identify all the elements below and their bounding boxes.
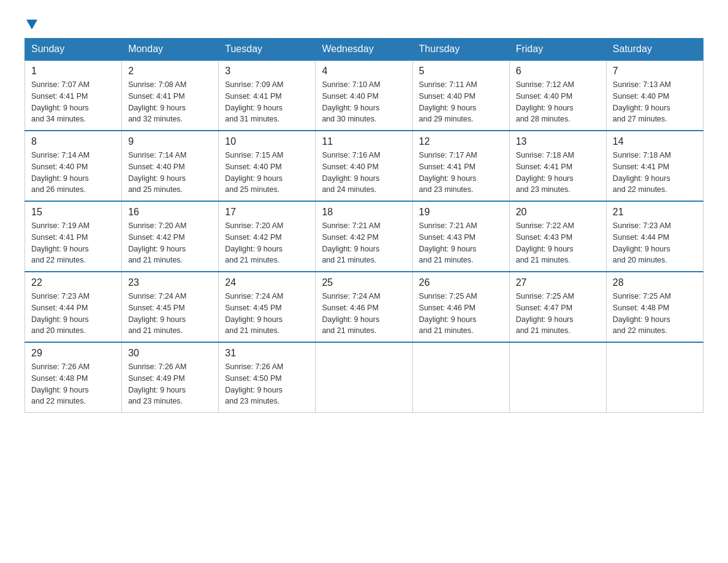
weekday-header-tuesday: Tuesday bbox=[219, 39, 316, 61]
day-info: Sunrise: 7:14 AMSunset: 4:40 PMDaylight:… bbox=[31, 151, 89, 194]
day-info: Sunrise: 7:18 AMSunset: 4:41 PMDaylight:… bbox=[516, 151, 574, 194]
day-number: 1 bbox=[31, 66, 115, 77]
calendar-cell: 10 Sunrise: 7:15 AMSunset: 4:40 PMDaylig… bbox=[219, 131, 316, 201]
day-number: 13 bbox=[516, 136, 600, 147]
calendar-cell: 30 Sunrise: 7:26 AMSunset: 4:49 PMDaylig… bbox=[122, 342, 219, 413]
day-info: Sunrise: 7:09 AMSunset: 4:41 PMDaylight:… bbox=[225, 80, 283, 123]
day-number: 10 bbox=[225, 136, 309, 147]
day-number: 31 bbox=[225, 348, 309, 359]
day-number: 24 bbox=[225, 277, 309, 288]
calendar-cell: 15 Sunrise: 7:19 AMSunset: 4:41 PMDaylig… bbox=[25, 201, 122, 272]
day-info: Sunrise: 7:24 AMSunset: 4:45 PMDaylight:… bbox=[225, 292, 283, 335]
day-number: 21 bbox=[613, 207, 697, 218]
day-number: 28 bbox=[613, 277, 697, 288]
calendar-week-row: 29 Sunrise: 7:26 AMSunset: 4:48 PMDaylig… bbox=[25, 342, 703, 413]
calendar-cell: 23 Sunrise: 7:24 AMSunset: 4:45 PMDaylig… bbox=[122, 272, 219, 342]
calendar-cell: 21 Sunrise: 7:23 AMSunset: 4:44 PMDaylig… bbox=[606, 201, 703, 272]
calendar-cell: 3 Sunrise: 7:09 AMSunset: 4:41 PMDayligh… bbox=[219, 60, 316, 131]
calendar-cell: 8 Sunrise: 7:14 AMSunset: 4:40 PMDayligh… bbox=[25, 131, 122, 201]
weekday-header-wednesday: Wednesday bbox=[316, 39, 412, 61]
logo bbox=[25, 18, 37, 32]
day-info: Sunrise: 7:19 AMSunset: 4:41 PMDaylight:… bbox=[31, 221, 89, 264]
calendar-cell bbox=[509, 342, 606, 413]
calendar-cell: 6 Sunrise: 7:12 AMSunset: 4:40 PMDayligh… bbox=[509, 60, 606, 131]
day-info: Sunrise: 7:10 AMSunset: 4:40 PMDaylight:… bbox=[322, 80, 380, 123]
weekday-header-saturday: Saturday bbox=[606, 39, 703, 61]
day-number: 30 bbox=[128, 348, 212, 359]
day-number: 5 bbox=[419, 66, 503, 77]
calendar-week-row: 8 Sunrise: 7:14 AMSunset: 4:40 PMDayligh… bbox=[25, 131, 703, 201]
day-info: Sunrise: 7:16 AMSunset: 4:40 PMDaylight:… bbox=[322, 151, 380, 194]
day-number: 19 bbox=[419, 207, 503, 218]
day-info: Sunrise: 7:24 AMSunset: 4:46 PMDaylight:… bbox=[322, 292, 380, 335]
calendar-cell: 11 Sunrise: 7:16 AMSunset: 4:40 PMDaylig… bbox=[316, 131, 412, 201]
day-info: Sunrise: 7:20 AMSunset: 4:42 PMDaylight:… bbox=[128, 221, 186, 264]
calendar-cell: 13 Sunrise: 7:18 AMSunset: 4:41 PMDaylig… bbox=[509, 131, 606, 201]
day-number: 2 bbox=[128, 66, 212, 77]
calendar-cell: 17 Sunrise: 7:20 AMSunset: 4:42 PMDaylig… bbox=[219, 201, 316, 272]
logo-triangle-icon bbox=[26, 20, 37, 32]
day-info: Sunrise: 7:24 AMSunset: 4:45 PMDaylight:… bbox=[128, 292, 186, 335]
day-info: Sunrise: 7:25 AMSunset: 4:48 PMDaylight:… bbox=[613, 292, 671, 335]
day-info: Sunrise: 7:12 AMSunset: 4:40 PMDaylight:… bbox=[516, 80, 574, 123]
calendar-cell: 12 Sunrise: 7:17 AMSunset: 4:41 PMDaylig… bbox=[412, 131, 509, 201]
day-number: 23 bbox=[128, 277, 212, 288]
day-number: 25 bbox=[322, 277, 406, 288]
day-number: 20 bbox=[516, 207, 600, 218]
day-number: 26 bbox=[419, 277, 503, 288]
day-number: 12 bbox=[419, 136, 503, 147]
day-info: Sunrise: 7:26 AMSunset: 4:49 PMDaylight:… bbox=[128, 362, 186, 405]
weekday-header-friday: Friday bbox=[509, 39, 606, 61]
day-number: 17 bbox=[225, 207, 309, 218]
calendar-cell: 27 Sunrise: 7:25 AMSunset: 4:47 PMDaylig… bbox=[509, 272, 606, 342]
calendar-cell: 24 Sunrise: 7:24 AMSunset: 4:45 PMDaylig… bbox=[219, 272, 316, 342]
calendar-cell: 28 Sunrise: 7:25 AMSunset: 4:48 PMDaylig… bbox=[606, 272, 703, 342]
day-number: 4 bbox=[322, 66, 406, 77]
day-info: Sunrise: 7:23 AMSunset: 4:44 PMDaylight:… bbox=[613, 221, 671, 264]
weekday-header-monday: Monday bbox=[122, 39, 219, 61]
calendar-week-row: 1 Sunrise: 7:07 AMSunset: 4:41 PMDayligh… bbox=[25, 60, 703, 131]
calendar-cell: 31 Sunrise: 7:26 AMSunset: 4:50 PMDaylig… bbox=[219, 342, 316, 413]
calendar-cell: 14 Sunrise: 7:18 AMSunset: 4:41 PMDaylig… bbox=[606, 131, 703, 201]
day-number: 27 bbox=[516, 277, 600, 288]
day-number: 18 bbox=[322, 207, 406, 218]
day-info: Sunrise: 7:17 AMSunset: 4:41 PMDaylight:… bbox=[419, 151, 477, 194]
day-info: Sunrise: 7:21 AMSunset: 4:42 PMDaylight:… bbox=[322, 221, 380, 264]
day-number: 29 bbox=[31, 348, 115, 359]
calendar-cell: 9 Sunrise: 7:14 AMSunset: 4:40 PMDayligh… bbox=[122, 131, 219, 201]
day-number: 8 bbox=[31, 136, 115, 147]
calendar-cell: 2 Sunrise: 7:08 AMSunset: 4:41 PMDayligh… bbox=[122, 60, 219, 131]
day-number: 15 bbox=[31, 207, 115, 218]
day-number: 16 bbox=[128, 207, 212, 218]
day-number: 22 bbox=[31, 277, 115, 288]
day-number: 7 bbox=[613, 66, 697, 77]
weekday-header-sunday: Sunday bbox=[25, 39, 122, 61]
day-info: Sunrise: 7:23 AMSunset: 4:44 PMDaylight:… bbox=[31, 292, 89, 335]
calendar-cell: 1 Sunrise: 7:07 AMSunset: 4:41 PMDayligh… bbox=[25, 60, 122, 131]
calendar-cell: 5 Sunrise: 7:11 AMSunset: 4:40 PMDayligh… bbox=[412, 60, 509, 131]
weekday-header-row: SundayMondayTuesdayWednesdayThursdayFrid… bbox=[25, 39, 703, 61]
calendar-cell bbox=[606, 342, 703, 413]
day-info: Sunrise: 7:26 AMSunset: 4:50 PMDaylight:… bbox=[225, 362, 283, 405]
calendar-week-row: 22 Sunrise: 7:23 AMSunset: 4:44 PMDaylig… bbox=[25, 272, 703, 342]
calendar-cell: 22 Sunrise: 7:23 AMSunset: 4:44 PMDaylig… bbox=[25, 272, 122, 342]
page-header bbox=[25, 18, 703, 32]
day-info: Sunrise: 7:18 AMSunset: 4:41 PMDaylight:… bbox=[613, 151, 671, 194]
day-info: Sunrise: 7:08 AMSunset: 4:41 PMDaylight:… bbox=[128, 80, 186, 123]
calendar-cell: 7 Sunrise: 7:13 AMSunset: 4:40 PMDayligh… bbox=[606, 60, 703, 131]
day-info: Sunrise: 7:11 AMSunset: 4:40 PMDaylight:… bbox=[419, 80, 477, 123]
day-info: Sunrise: 7:22 AMSunset: 4:43 PMDaylight:… bbox=[516, 221, 574, 264]
day-info: Sunrise: 7:26 AMSunset: 4:48 PMDaylight:… bbox=[31, 362, 89, 405]
calendar-cell: 25 Sunrise: 7:24 AMSunset: 4:46 PMDaylig… bbox=[316, 272, 412, 342]
calendar-cell bbox=[316, 342, 412, 413]
calendar-table: SundayMondayTuesdayWednesdayThursdayFrid… bbox=[25, 38, 703, 413]
calendar-cell: 29 Sunrise: 7:26 AMSunset: 4:48 PMDaylig… bbox=[25, 342, 122, 413]
calendar-cell: 26 Sunrise: 7:25 AMSunset: 4:46 PMDaylig… bbox=[412, 272, 509, 342]
day-info: Sunrise: 7:14 AMSunset: 4:40 PMDaylight:… bbox=[128, 151, 186, 194]
svg-marker-0 bbox=[26, 20, 37, 29]
day-number: 11 bbox=[322, 136, 406, 147]
day-info: Sunrise: 7:21 AMSunset: 4:43 PMDaylight:… bbox=[419, 221, 477, 264]
calendar-cell: 16 Sunrise: 7:20 AMSunset: 4:42 PMDaylig… bbox=[122, 201, 219, 272]
day-info: Sunrise: 7:25 AMSunset: 4:47 PMDaylight:… bbox=[516, 292, 574, 335]
day-number: 14 bbox=[613, 136, 697, 147]
